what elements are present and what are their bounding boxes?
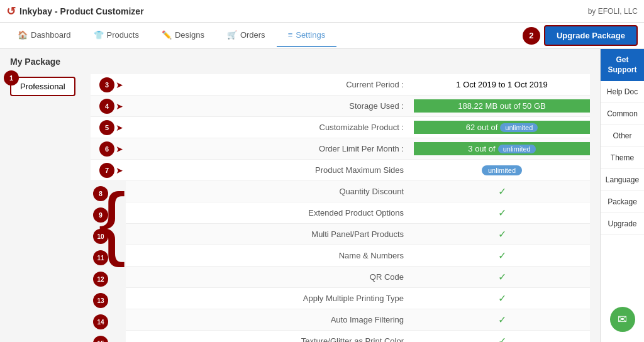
row-label: Quantity Discount: [126, 187, 414, 196]
row-label: Current Period :: [126, 80, 414, 89]
unlimited-badge-7: unlimited: [482, 165, 522, 175]
row-check: ✓: [414, 228, 590, 240]
check-icon: ✓: [498, 186, 506, 197]
table-row: 3 ➤ Current Period : 1 Oct 2019 to 1 Oct…: [91, 74, 590, 96]
section-title: My Package: [10, 57, 590, 67]
badge-7: 7: [99, 163, 114, 178]
orders-icon: 🛒: [227, 30, 237, 40]
check-icon: ✓: [498, 250, 506, 261]
row-check: ✓: [414, 271, 590, 283]
badge-4: 4: [99, 99, 114, 114]
content-area: My Package 1 Professional 3 ➤ Current Pe…: [0, 49, 600, 342]
brace-icon: {: [99, 181, 126, 263]
row-label: Apply Multiple Printing Type: [126, 294, 414, 303]
badge-1: 1: [4, 70, 19, 86]
num-row-14: 14: [93, 311, 126, 333]
table-row: 7 ➤ Product Maximum Sides unlimited: [91, 160, 590, 181]
sidebar-item-common[interactable]: Common: [601, 103, 644, 125]
right-sidebar: Get Support Help Doc Common Other Theme …: [600, 49, 644, 342]
row-label: Auto Image Filtering: [126, 315, 414, 324]
dashboard-icon: 🏠: [18, 30, 28, 40]
row-check: ✓: [414, 292, 590, 304]
tab-products-label: Products: [107, 30, 139, 40]
table-row: Texture/Glitter as Print Color ✓: [126, 331, 590, 342]
sidebar-item-upgrade[interactable]: Upgrade: [601, 213, 644, 235]
row-label: Multi Panel/Part Products: [126, 229, 414, 239]
row-label: Order Limit Per Month :: [126, 144, 414, 153]
table-row: QR Code ✓: [126, 267, 590, 288]
sidebar-item-package[interactable]: Package: [601, 191, 644, 213]
row-check: ✓: [414, 250, 590, 262]
table-row: 4 ➤ Storage Used : 188.22 MB out of 50 G…: [91, 96, 590, 117]
check-rows-table: Quantity Discount ✓ Extended Product Opt…: [126, 181, 590, 342]
row-label: Customizable Product :: [126, 123, 414, 132]
check-icon: ✓: [498, 272, 506, 282]
tab-dashboard[interactable]: 🏠 Dashboard: [6, 24, 82, 47]
check-icon: ✓: [498, 229, 506, 240]
badge-5: 5: [99, 120, 114, 135]
app-logo: ↺ Inkybay - Product Customizer: [6, 4, 144, 18]
table-row: Multi Panel/Part Products ✓: [126, 224, 590, 245]
sidebar-item-language[interactable]: Language: [601, 169, 644, 191]
tab-settings[interactable]: ≡ Settings: [277, 24, 337, 47]
designs-icon: ✏️: [162, 30, 172, 40]
chat-button[interactable]: ✉: [610, 307, 635, 332]
brace-col: { 8 9 10 11 12 13 14 15: [91, 181, 126, 342]
arrow-6: ➤: [116, 144, 123, 154]
logo-icon: ↺: [6, 4, 16, 18]
package-name: Professional: [20, 82, 65, 91]
products-icon: 👕: [94, 30, 104, 40]
row-value-green: 188.22 MB out of 50 GB: [414, 99, 590, 113]
package-section: 1 Professional 3 ➤ Current Period : 1 Oc…: [10, 74, 590, 342]
row-value: 1 Oct 2019 to 1 Oct 2019: [414, 80, 590, 89]
arrow-3: ➤: [116, 80, 123, 90]
tab-settings-label: Settings: [296, 30, 325, 40]
row-label: QR Code: [126, 272, 414, 282]
sidebar-item-other[interactable]: Other: [601, 125, 644, 147]
get-support-button[interactable]: Get Support: [601, 49, 644, 81]
num-row-12: 12: [93, 268, 126, 290]
check-icon: ✓: [498, 314, 506, 325]
numbers-col: { 8 9 10 11 12 13 14 15: [91, 181, 126, 342]
unlimited-badge-6: unlimited: [498, 145, 536, 153]
row-value-green-badge: 3 out of unlimited: [414, 142, 590, 155]
row-value-badge: unlimited: [414, 163, 590, 177]
row-value-green-badge: 62 out of unlimited: [414, 121, 590, 134]
table-row: Extended Product Options ✓: [126, 202, 590, 224]
row-label: Extended Product Options: [126, 208, 414, 218]
tab-products[interactable]: 👕 Products: [82, 24, 150, 47]
table-row: Apply Multiple Printing Type ✓: [126, 288, 590, 309]
table-row: Quantity Discount ✓: [126, 181, 590, 202]
sidebar-item-helpdoc[interactable]: Help Doc: [601, 81, 644, 103]
check-icon: ✓: [498, 336, 506, 342]
tab-orders-label: Orders: [240, 30, 265, 40]
tab-orders[interactable]: 🛒 Orders: [216, 24, 277, 47]
row-label: Texture/Glitter as Print Color: [126, 336, 414, 342]
upgrade-badge: 2: [523, 27, 540, 45]
rows-container: 3 ➤ Current Period : 1 Oct 2019 to 1 Oct…: [91, 74, 590, 342]
settings-icon: ≡: [288, 30, 293, 40]
upgrade-package-button[interactable]: Upgrade Package: [544, 25, 638, 46]
row-check: ✓: [414, 335, 590, 342]
table-row: 5 ➤ Customizable Product : 62 out of unl…: [91, 117, 590, 138]
table-row: Name & Numbers ✓: [126, 245, 590, 267]
arrow-5: ➤: [116, 123, 123, 133]
sidebar-item-theme[interactable]: Theme: [601, 147, 644, 169]
badge-3: 3: [99, 77, 114, 92]
row-label: Storage Used :: [126, 101, 414, 111]
package-label-col: 1 Professional: [10, 74, 86, 342]
unlimited-badge-5: unlimited: [500, 123, 538, 132]
row-label: Product Maximum Sides: [126, 165, 414, 175]
row-label: Name & Numbers: [126, 251, 414, 260]
arrow-4: ➤: [116, 101, 123, 111]
tab-designs[interactable]: ✏️ Designs: [150, 24, 216, 47]
arrow-7: ➤: [116, 165, 123, 175]
table-row: 6 ➤ Order Limit Per Month : 3 out of unl…: [91, 138, 590, 160]
badge-6: 6: [99, 141, 114, 157]
tab-designs-label: Designs: [175, 30, 204, 40]
nav-tabs: 🏠 Dashboard 👕 Products ✏️ Designs 🛒 Orde…: [0, 23, 644, 49]
package-box: 1 Professional: [10, 77, 75, 96]
brace-section: { 8 9 10 11 12 13 14 15: [91, 181, 590, 342]
app-title: Inkybay - Product Customizer: [19, 6, 144, 16]
main-layout: My Package 1 Professional 3 ➤ Current Pe…: [0, 49, 644, 342]
